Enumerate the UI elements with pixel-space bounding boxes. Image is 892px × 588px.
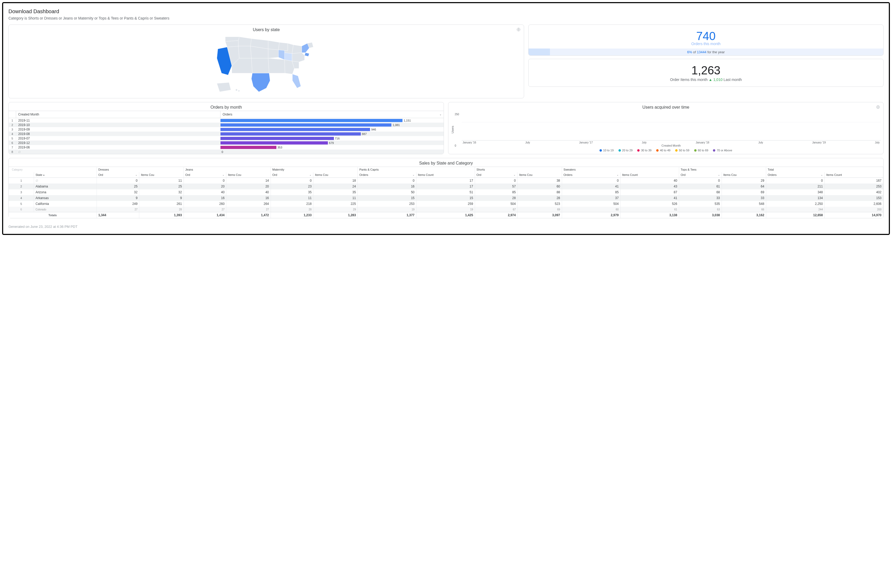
col-items[interactable]: Items Count xyxy=(824,172,883,178)
acquired-ylabel: Users xyxy=(451,126,454,134)
col-orders[interactable]: Ord⌄ xyxy=(270,172,313,178)
kpi-orders-value: 740 xyxy=(529,30,883,43)
legend-item[interactable]: 70 or Above xyxy=(713,149,732,152)
kpi-items-value: 1,263 xyxy=(529,64,883,77)
state-florida[interactable] xyxy=(293,74,301,88)
table-row[interactable]: 5California24926126026421822525325950452… xyxy=(9,201,883,207)
state-utah[interactable] xyxy=(238,46,251,58)
state-alaska[interactable] xyxy=(217,82,231,92)
page-title: Download Dashboard xyxy=(9,9,883,15)
legend-item[interactable]: 60 to 69 xyxy=(694,149,709,152)
col-orders[interactable]: Orders⌄ xyxy=(357,172,416,178)
group-tops[interactable]: Tops & Tees xyxy=(679,167,766,172)
legend-item[interactable]: 50 to 59 xyxy=(675,149,689,152)
orders-by-month-header: Created Month Orders⌄ xyxy=(9,111,444,118)
legend-item[interactable]: 10 to 19 xyxy=(599,149,614,152)
chevron-down-icon: ⌄ xyxy=(718,174,720,176)
col-orders[interactable]: Orders⌄ xyxy=(221,111,444,118)
orders-row[interactable]: 52019-07716 xyxy=(9,136,444,141)
col-orders[interactable]: Ord⌄ xyxy=(96,172,139,178)
group-shorts[interactable]: Shorts xyxy=(475,167,562,172)
col-items[interactable]: Items Count xyxy=(416,172,475,178)
col-orders[interactable]: Orders⌄ xyxy=(766,172,824,178)
state-oregon[interactable] xyxy=(225,40,239,47)
col-orders[interactable]: Ord⌄ xyxy=(679,172,722,178)
chevron-down-icon: ⌄ xyxy=(135,174,137,176)
table-row[interactable]: 2Alabama25252020232416175760414361642112… xyxy=(9,183,883,189)
sales-by-state-card: Sales by State and Category Category xyxy=(9,158,883,218)
acquired-bars[interactable] xyxy=(461,112,881,141)
orders-row[interactable]: 42019-08887 xyxy=(9,132,444,136)
col-orders[interactable]: Orders⌄ xyxy=(562,172,620,178)
state-ia-mo[interactable] xyxy=(268,49,279,58)
orders-row[interactable]: 8∅0 xyxy=(9,150,444,154)
group-dresses[interactable]: Dresses xyxy=(96,167,183,172)
acquired-legend: 10 to 1920 to 2930 to 3940 to 4950 to 59… xyxy=(448,147,883,154)
state-nj-ct[interactable] xyxy=(305,52,309,56)
orders-row[interactable]: 62019-12679 xyxy=(9,141,444,145)
orders-row[interactable]: 12019-111,151 xyxy=(9,118,444,123)
kpi-orders-caption: Orders this month xyxy=(529,42,883,46)
acquired-xaxis: January '16JulyJanuary '17JulyJanuary '1… xyxy=(461,141,881,144)
chevron-down-icon: ⌄ xyxy=(617,174,619,176)
table-row[interactable]: 3Arizona32324040353550518588858768693484… xyxy=(9,189,883,195)
order-items-card: 1,263 Order Items this month ▲ 1,010 Las… xyxy=(528,59,883,87)
col-created-month[interactable]: Created Month xyxy=(16,111,221,118)
map-card-title: Users by state xyxy=(9,25,524,33)
chevron-down-icon: ⌄ xyxy=(309,174,311,176)
table-row[interactable]: 1∅0110140180170380400290167 xyxy=(9,178,883,184)
null-icon: ∅ xyxy=(36,179,38,182)
users-acquired-title: Users acquired over time xyxy=(448,102,883,111)
col-orders[interactable]: Ord⌄ xyxy=(183,172,226,178)
col-orders[interactable]: Ord⌄ xyxy=(475,172,518,178)
col-items[interactable]: Items Count xyxy=(620,172,679,178)
col-items[interactable]: Items Cou xyxy=(722,172,766,178)
state-illinois[interactable] xyxy=(279,50,285,60)
state-texas[interactable] xyxy=(251,73,270,92)
state-mn[interactable] xyxy=(268,40,279,50)
chevron-down-icon: ⌄ xyxy=(439,113,441,116)
sales-table[interactable]: Category Dresses Jeans Maternity Pants &… xyxy=(9,166,883,218)
kpi-orders-progress: 6% of 13444 for the year xyxy=(529,48,883,56)
state-hawaii[interactable] xyxy=(236,89,237,91)
col-items[interactable]: Items Cou xyxy=(518,172,562,178)
col-items[interactable]: Items Cou xyxy=(139,172,183,178)
state-ks-ok[interactable] xyxy=(251,58,269,73)
group-total[interactable]: Total xyxy=(766,167,883,172)
group-sweaters[interactable]: Sweaters xyxy=(562,167,679,172)
col-items[interactable]: Items Cou xyxy=(226,172,270,178)
state-idaho-montana[interactable] xyxy=(238,37,251,46)
group-jeans[interactable]: Jeans xyxy=(183,167,270,172)
globe-icon xyxy=(876,105,880,109)
orders-by-month-card: Orders by month Created Month Orders⌄ 12… xyxy=(9,102,444,154)
kpi-items-caption: Order Items this month ▲ 1,010 Last mont… xyxy=(529,78,883,85)
table-row[interactable]: 6Colorado2728272728291919676960616366244… xyxy=(9,207,883,212)
sort-asc-icon: ▴ xyxy=(43,174,45,176)
orders-row[interactable]: 32019-09946 xyxy=(9,127,444,132)
us-map[interactable] xyxy=(9,33,524,98)
col-items[interactable]: Items Cou xyxy=(313,172,357,178)
orders-this-month-card: 740 Orders this month 6% of 13444 for th… xyxy=(528,24,883,56)
state-pa[interactable] xyxy=(292,45,302,54)
group-maternity[interactable]: Maternity xyxy=(270,167,357,172)
table-row[interactable]: 4Arkansas9916161111151528283741333313415… xyxy=(9,195,883,201)
users-by-state-card: Users by state xyxy=(9,24,524,98)
filter-summary: Category is Shorts or Dresses or Jeans o… xyxy=(9,16,883,20)
col-state[interactable]: State▴ xyxy=(34,172,96,178)
orders-row[interactable]: 72019-06353 xyxy=(9,145,444,150)
orders-row[interactable]: 22019-101,081 xyxy=(9,123,444,127)
chevron-down-icon: ⌄ xyxy=(222,174,224,176)
legend-item[interactable]: 30 to 39 xyxy=(637,149,652,152)
state-oh[interactable] xyxy=(285,52,292,61)
state-va-wv[interactable] xyxy=(292,52,304,62)
legend-item[interactable]: 40 to 49 xyxy=(656,149,670,152)
globe-icon xyxy=(517,27,521,32)
legend-item[interactable]: 20 to 29 xyxy=(619,149,633,152)
orders-by-month-title: Orders by month xyxy=(9,102,444,111)
svg-point-1[interactable] xyxy=(238,90,240,92)
state-ar-la-ms[interactable] xyxy=(268,58,285,73)
state-wi[interactable] xyxy=(279,42,288,51)
users-acquired-card: Users acquired over time Users 250 0 Jan… xyxy=(448,102,883,154)
group-pants[interactable]: Pants & Capris xyxy=(357,167,475,172)
chevron-down-icon: ⌄ xyxy=(821,174,823,176)
